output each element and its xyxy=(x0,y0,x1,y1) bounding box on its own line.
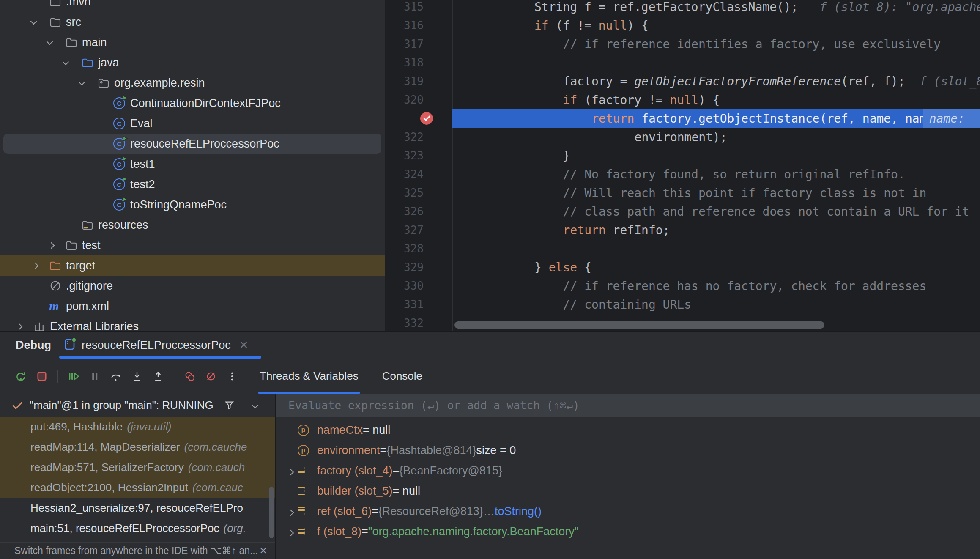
horizontal-scrollbar[interactable] xyxy=(454,321,824,329)
variable-row[interactable]: ref (slot_6) = {ResourceRef@813} … toStr… xyxy=(276,501,980,521)
gutter[interactable]: 318 xyxy=(385,53,452,72)
gutter[interactable]: 323 xyxy=(385,146,452,165)
breakpoint-icon[interactable] xyxy=(420,112,433,125)
gutter[interactable]: 319 xyxy=(385,72,452,90)
tree-item[interactable]: org.example.resin xyxy=(0,73,385,93)
code-text[interactable]: // Will reach this point if factory clas… xyxy=(452,184,980,202)
frame-row[interactable]: put:469, Hashtable (java.util) xyxy=(0,417,275,437)
gutter[interactable]: 317 xyxy=(385,35,452,53)
mute-breakpoints-button[interactable] xyxy=(200,366,222,387)
gutter[interactable]: 329 xyxy=(385,258,452,277)
tree-item[interactable]: C resouceRefELProccessorPoc xyxy=(3,134,381,154)
close-icon[interactable]: ✕ xyxy=(239,339,249,352)
tree-item[interactable]: target xyxy=(0,255,385,276)
chevron-down-icon[interactable] xyxy=(79,79,85,85)
variable-row[interactable]: p nameCtx = null xyxy=(276,420,980,440)
tree-item[interactable]: main xyxy=(0,32,385,52)
gutter[interactable]: 332 xyxy=(385,314,452,331)
gutter[interactable]: 316 xyxy=(385,16,452,35)
variable-row[interactable]: f (slot_8) = "org.apache.naming.factory.… xyxy=(276,521,980,542)
frame-row[interactable]: Hessian2_unserialize:97, resouceRefELPro xyxy=(0,498,275,518)
gutter[interactable]: 324 xyxy=(385,165,452,184)
gutter[interactable]: 315 xyxy=(385,0,452,16)
code-text[interactable]: // class path and reference does not con… xyxy=(452,202,980,221)
tree-item[interactable]: resources xyxy=(0,215,385,235)
code-text[interactable]: if (factory != null) { xyxy=(452,90,980,109)
view-breakpoints-button[interactable] xyxy=(179,366,200,387)
gutter[interactable]: 322 xyxy=(385,128,452,146)
chevron-right-icon[interactable] xyxy=(32,262,39,269)
tree-item[interactable]: .mvn xyxy=(0,0,385,12)
gutter[interactable]: 327 xyxy=(385,221,452,239)
chevron-right-icon[interactable] xyxy=(287,529,294,536)
tab-console[interactable]: Console xyxy=(382,359,422,394)
more-button[interactable] xyxy=(222,366,243,387)
gutter[interactable]: 325 xyxy=(385,184,452,202)
frame-row[interactable]: main:51, resouceRefELProccessorPoc (org. xyxy=(0,518,275,538)
evaluate-expression-input[interactable]: Evaluate expression (↵) or add a watch (… xyxy=(276,394,980,417)
chevron-right-icon[interactable] xyxy=(16,323,23,330)
chevron-down-icon[interactable] xyxy=(253,402,257,409)
pause-button[interactable] xyxy=(84,366,105,387)
code-text[interactable]: if (f != null) { xyxy=(452,16,980,35)
tree-item[interactable]: C test2 xyxy=(0,174,385,195)
code-text[interactable]: // containing URLs xyxy=(452,295,980,314)
gutter[interactable]: 328 xyxy=(385,239,452,258)
code-text[interactable]: return factory.getObjectInstance(ref, na… xyxy=(452,109,980,128)
tree-item[interactable]: External Libraries xyxy=(0,316,385,331)
code-text[interactable]: return refInfo; xyxy=(452,221,980,239)
frame-row[interactable]: readObject:2100, Hessian2Input (com.cauc xyxy=(0,477,275,498)
step-out-button[interactable] xyxy=(148,366,169,387)
frame-row[interactable]: readMap:114, MapDeserializer (com.cauche xyxy=(0,437,275,457)
chevron-right-icon[interactable] xyxy=(287,469,294,475)
tab-threads-variables[interactable]: Threads & Variables xyxy=(260,359,359,394)
code-text[interactable]: } xyxy=(452,146,980,165)
chevron-right-icon[interactable] xyxy=(287,509,294,516)
gutter[interactable] xyxy=(385,109,452,128)
step-over-button[interactable] xyxy=(105,366,126,387)
tree-item[interactable]: m pom.xml xyxy=(0,296,385,316)
code-text[interactable]: } else { xyxy=(452,258,980,277)
tree-item[interactable]: C ContinuationDirContextFJPoc xyxy=(0,93,385,113)
gutter[interactable]: 330 xyxy=(385,277,452,295)
tree-item[interactable]: .gitignore xyxy=(0,276,385,296)
variable-row[interactable]: p environment = {Hashtable@814} size = 0 xyxy=(276,440,980,460)
tree-item[interactable]: C Eval xyxy=(0,113,385,134)
frame-row[interactable]: readMap:571, SerializerFactory (com.cauc… xyxy=(0,457,275,477)
tree-item[interactable]: C test1 xyxy=(0,154,385,174)
gutter[interactable]: 326 xyxy=(385,202,452,221)
vertical-scrollbar[interactable] xyxy=(269,487,274,538)
code-text[interactable] xyxy=(452,53,980,72)
variable-row[interactable]: builder (slot_5) = null xyxy=(276,481,980,501)
rerun-debug-button[interactable] xyxy=(10,366,31,387)
line-number: 323 xyxy=(404,149,424,162)
thread-selector[interactable]: "main"@1 in group "main": RUNNING xyxy=(0,394,275,417)
chevron-right-icon[interactable] xyxy=(48,242,55,249)
resume-button[interactable] xyxy=(63,366,84,387)
gutter[interactable]: 331 xyxy=(385,295,452,314)
step-into-button[interactable] xyxy=(126,366,148,387)
gutter[interactable]: 320 xyxy=(385,90,452,109)
code-text[interactable]: environment); xyxy=(452,128,980,146)
stop-button[interactable] xyxy=(31,366,52,387)
code-text[interactable]: String f = ref.getFactoryClassName();f (… xyxy=(452,0,980,16)
code-line: 315 String f = ref.getFactoryClassName()… xyxy=(385,0,980,16)
chevron-down-icon[interactable] xyxy=(30,18,37,25)
tree-item[interactable]: src xyxy=(0,12,385,32)
tree-item[interactable]: java xyxy=(0,52,385,73)
close-icon[interactable]: ✕ xyxy=(260,545,267,556)
variable-row[interactable]: factory (slot_4) = {BeanFactory@815} xyxy=(276,460,980,481)
tree-item[interactable]: test xyxy=(0,235,385,255)
chevron-down-icon[interactable] xyxy=(63,58,69,65)
code-text[interactable]: // if reference has no factory, check fo… xyxy=(452,277,980,295)
code-text[interactable]: // No factory found, so return original … xyxy=(452,165,980,184)
code-text[interactable]: factory = getObjectFactoryFromReference(… xyxy=(452,72,980,90)
code-text[interactable] xyxy=(452,239,980,258)
debug-session-tab[interactable]: resouceRefELProccessorPoc ✕ xyxy=(63,337,248,353)
code-text[interactable]: // if reference identifies a factory, us… xyxy=(452,35,980,53)
filter-icon[interactable] xyxy=(224,400,235,411)
slot-icon xyxy=(298,466,305,475)
chevron-down-icon[interactable] xyxy=(47,38,53,45)
tostring-link[interactable]: toString() xyxy=(495,505,542,518)
tree-item[interactable]: C toStringQnamePoc xyxy=(0,195,385,215)
